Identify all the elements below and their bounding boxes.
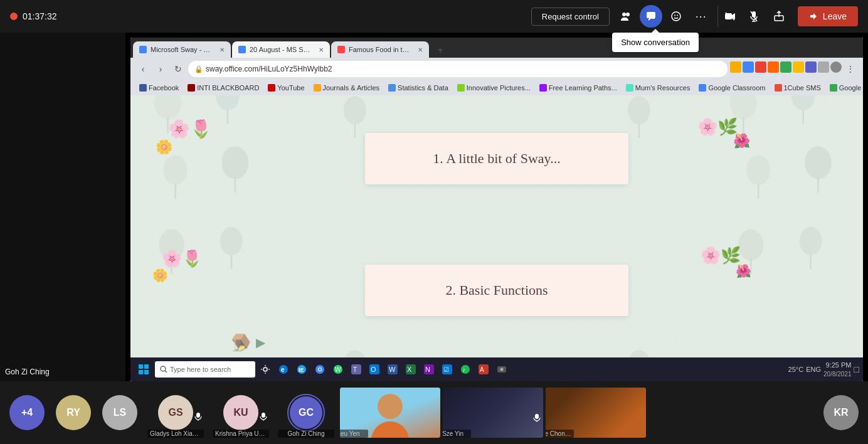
whatsapp-taskbar-icon[interactable]: W (330, 361, 346, 378)
ext-icon-5[interactable] (780, 61, 791, 73)
address-bar[interactable]: 🔒 sway.office.com/HiLuLoYz5HhWylbb2 (188, 61, 728, 77)
ext-icon-4[interactable] (768, 61, 779, 73)
participant-avatar-gs: GS (158, 395, 193, 430)
participant-name-yoo: Yoo Cheu Yen (340, 430, 368, 438)
todo-taskbar-icon[interactable]: ☑ (439, 361, 455, 378)
bookmarks-bar: Facebook INTI BLACKBOARD YouTube Journal… (130, 80, 863, 95)
bookmark-1cube[interactable]: 1Cube SMS (771, 83, 825, 92)
top-bar: 01:37:32 Request control ··· (0, 0, 868, 33)
forward-button[interactable]: › (153, 61, 168, 77)
more-browser-options[interactable]: ⋮ (843, 61, 858, 77)
reactions-icon-button[interactable] (665, 5, 687, 28)
arrow-icon: ▶ (256, 335, 265, 350)
excel-taskbar-icon[interactable]: X (403, 361, 419, 378)
participant-tile-gs[interactable]: GS Gladys Loh Xiao Shan (144, 388, 207, 438)
edge-taskbar-icon[interactable]: e (275, 361, 292, 378)
tab-label-2: 20 August - MS Sway Training S... (250, 46, 312, 53)
refresh-button[interactable]: ↻ (171, 61, 186, 77)
svg-point-5 (677, 15, 678, 16)
presenter-name-label: Goh Zi Ching (5, 367, 50, 376)
tab-close-2[interactable]: ✕ (319, 46, 324, 53)
bookmark-youtube[interactable]: YouTube (264, 83, 308, 92)
participants-strip: +4 RY LS GS Gladys Loh Xiao Shan KU Kris… (0, 381, 868, 444)
ext-icon-1[interactable] (730, 61, 741, 73)
apps-taskbar-icon[interactable]: A (475, 361, 492, 378)
windows-search-bar[interactable]: Type here to search (155, 361, 255, 378)
ext-icon-7[interactable] (805, 61, 817, 73)
yoo-video-content (371, 394, 409, 438)
browser-tab-1[interactable]: Microsoft Sway - My Sways ✕ (133, 41, 231, 58)
participant-tile-ls[interactable]: LS (98, 388, 142, 438)
tab-close-1[interactable]: ✕ (220, 46, 225, 53)
bookmark-inti[interactable]: INTI BLACKBOARD (184, 83, 263, 92)
onenote-taskbar-icon[interactable]: N (421, 361, 437, 378)
request-control-button[interactable]: Request control (531, 8, 610, 26)
bookmark-free[interactable]: Free Learning Paths... (536, 83, 621, 92)
svg-text:A: A (480, 366, 484, 373)
participant-tile-kr[interactable]: KR (819, 388, 863, 438)
ext-icon-8[interactable] (818, 61, 829, 73)
taskbar-right-area: 25°C ENG 9:25 PM 20/8/2021 □ (788, 361, 859, 378)
bookmark-mum[interactable]: Mum's Resources (622, 83, 694, 92)
bookmark-icon-mum (626, 84, 633, 92)
bookmark-facebook[interactable]: Facebook (135, 83, 183, 92)
bookmark-icon-gc (699, 84, 706, 92)
clock-date: 20/8/2021 (823, 370, 852, 378)
participants-icon-button[interactable] (615, 5, 637, 28)
bookmark-icon-jrnl (314, 84, 321, 92)
ext-icon-6[interactable] (793, 61, 804, 73)
svg-text:W: W (389, 366, 396, 373)
participant-tile-cheah[interactable]: Cheah Sze Yin (443, 388, 543, 438)
bookmark-gmeet[interactable]: Google Meet (826, 83, 863, 92)
bookmark-icon-inno (457, 84, 465, 92)
participant-tile-gc[interactable]: GC Goh Zi Ching (275, 388, 337, 438)
spotify-taskbar-icon[interactable]: ♪ (457, 361, 474, 378)
outlook-taskbar-icon[interactable]: O (366, 361, 383, 378)
bookmark-journals[interactable]: Journals & Articles (310, 83, 383, 92)
mute-button[interactable] (743, 5, 765, 28)
back-button[interactable]: ‹ (135, 61, 151, 77)
notification-icon[interactable]: □ (854, 364, 859, 374)
svg-text:☑: ☑ (443, 366, 449, 373)
participant-tile-yoo[interactable]: Yoo Cheu Yen (340, 388, 440, 438)
browser-tab-2[interactable]: 20 August - MS Sway Training S... ✕ (232, 41, 330, 58)
flower-decor-6: 🌼 (152, 268, 168, 283)
chrome-taskbar-icon[interactable] (312, 361, 328, 378)
video-off-button[interactable] (717, 5, 740, 28)
teams-taskbar-icon[interactable]: T (348, 361, 364, 378)
participant-tile-ry[interactable]: RY (51, 388, 95, 438)
bookmark-gc[interactable]: Google Classroom (695, 83, 769, 92)
recording-indicator (10, 13, 18, 20)
camera-taskbar-icon[interactable] (494, 361, 510, 378)
windows-start-button[interactable] (134, 360, 153, 379)
svg-rect-92 (535, 414, 539, 419)
leave-button[interactable]: Leave (798, 6, 858, 26)
participant-name-gc: Goh Zi Ching (278, 430, 334, 438)
svg-point-57 (161, 366, 166, 371)
ie-taskbar-icon[interactable]: IE (294, 361, 310, 378)
chat-icon-button[interactable] (640, 5, 662, 28)
word-taskbar-icon[interactable]: W (384, 361, 401, 378)
yoo-body (371, 421, 409, 438)
bookmark-innovative[interactable]: Innovative Pictures... (453, 83, 534, 92)
ext-icon-2[interactable] (743, 61, 754, 73)
share-button[interactable] (768, 5, 790, 28)
bookmark-stats[interactable]: Statistics & Data (384, 83, 452, 92)
participant-name-steph: Stephanie Chong Li Yen (546, 430, 574, 438)
svg-rect-2 (647, 12, 655, 18)
participant-tile-steph[interactable]: Stephanie Chong Li Yen (546, 388, 646, 438)
tab-close-3[interactable]: ✕ (418, 46, 423, 53)
profile-icon[interactable] (830, 61, 842, 73)
participant-avatar-ku: KU (223, 395, 258, 430)
more-options-button[interactable]: ··· (690, 5, 712, 28)
new-tab-button[interactable]: + (433, 43, 448, 58)
browser-tab-3[interactable]: Famous Food in the World ✕ (331, 41, 429, 58)
ext-icon-3[interactable] (755, 61, 766, 73)
yoo-face (378, 394, 403, 419)
sway-card-2: 2. Basic Functions (365, 265, 628, 316)
participant-tile-ku[interactable]: KU Krishna Priya Udayaku... (209, 388, 272, 438)
mic-icon-cheah (533, 414, 541, 425)
svg-text:T: T (353, 366, 357, 373)
participant-tile-plus4[interactable]: +4 (5, 388, 49, 438)
settings-taskbar-icon[interactable] (257, 361, 273, 378)
